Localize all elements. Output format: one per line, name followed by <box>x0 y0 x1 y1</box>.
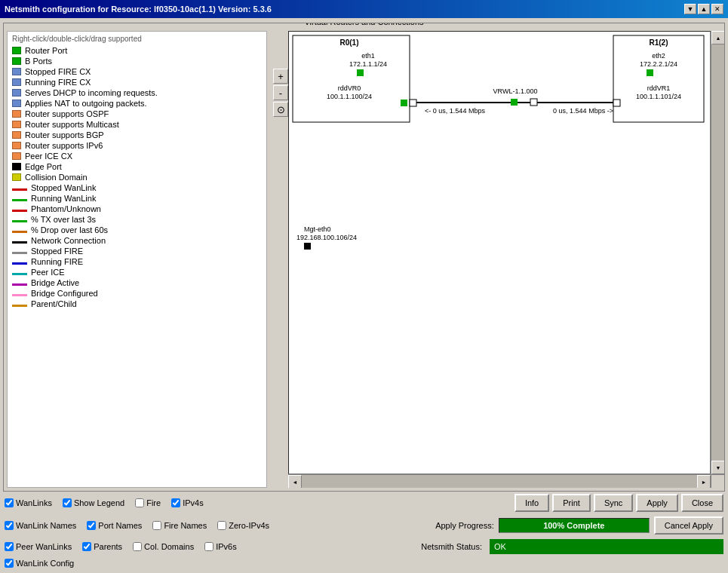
legend-item: Bridge Active <box>12 278 262 287</box>
peer-wanlinks-checkbox[interactable] <box>5 542 14 551</box>
fire-checkbox[interactable] <box>135 498 144 507</box>
legend-item-label: Running WanLink <box>31 194 96 203</box>
cb-ipv6s-item[interactable]: IPv6s <box>204 542 237 551</box>
sync-button[interactable]: Sync <box>594 494 633 512</box>
svg-rect-13 <box>647 69 653 76</box>
cb-zero-ipv4s-item[interactable]: Zero-IPv4s <box>217 521 269 530</box>
cancel-apply-button[interactable]: Cancel Apply <box>654 516 723 535</box>
diagram-area: + - ⊙ R0(1) eth1 172.1.1.1/24 <box>270 31 724 488</box>
wanlink-config-checkbox[interactable] <box>5 559 14 568</box>
cb-col-domains-item[interactable]: Col. Domains <box>133 542 194 551</box>
legend-color-swatch <box>12 89 21 97</box>
legend-item-label: Stopped FIRE <box>31 247 83 256</box>
wanlink-names-checkbox[interactable] <box>5 521 14 530</box>
svg-rect-19 <box>530 99 537 106</box>
show-legend-checkbox[interactable] <box>63 498 72 507</box>
zoom-reset-button[interactable]: ⊙ <box>273 102 288 117</box>
netsmith-status-value: OK <box>490 539 723 554</box>
network-diagram-canvas[interactable]: R0(1) eth1 172.1.1.1/24 rddVR0 100.1.1.1… <box>288 31 711 474</box>
close-button[interactable]: ✕ <box>711 4 723 14</box>
legend-color-swatch <box>12 142 21 149</box>
cb-wanlink-config-item[interactable]: WanLink Config <box>5 559 74 568</box>
cb-ipv4s-item[interactable]: IPv4s <box>171 498 204 507</box>
cb-fire-names-item[interactable]: Fire Names <box>152 521 207 530</box>
scroll-left-button[interactable]: ◄ <box>288 475 302 488</box>
legend-color-swatch <box>12 210 27 212</box>
fire-names-label: Fire Names <box>164 521 207 530</box>
scroll-right-button[interactable]: ► <box>697 475 711 488</box>
svg-rect-18 <box>511 99 518 106</box>
svg-rect-7 <box>401 100 407 106</box>
horizontal-scrollbar[interactable]: ◄ ► <box>288 474 711 488</box>
cb-wanlink-names-item[interactable]: WanLink Names <box>5 521 76 530</box>
checkbox-row-1: WanLinks Show Legend Fire IPv4s <box>3 492 725 514</box>
svg-text:R1(2): R1(2) <box>649 38 668 47</box>
print-button[interactable]: Print <box>552 494 591 512</box>
wanlinks-checkbox[interactable] <box>5 498 14 507</box>
scroll-h-track[interactable] <box>302 475 697 488</box>
ipv6s-checkbox[interactable] <box>204 542 213 551</box>
legend-item-label: Router supports IPv6 <box>25 141 103 150</box>
svg-text:<- 0 us, 1.544 Mbps: <- 0 us, 1.544 Mbps <box>425 107 485 115</box>
zero-ipv4s-checkbox[interactable] <box>217 521 226 530</box>
maximize-button[interactable]: ▲ <box>698 4 710 14</box>
zoom-out-button[interactable]: - <box>273 85 288 100</box>
legend-item: % TX over last 3s <box>12 215 262 224</box>
legend-item-label: Bridge Configured <box>31 289 98 298</box>
minimize-button[interactable]: ▼ <box>684 4 696 14</box>
legend-item-label: Bridge Active <box>31 278 79 287</box>
col-domains-checkbox[interactable] <box>133 542 142 551</box>
legend-item: Stopped FIRE <box>12 247 262 256</box>
cb-peer-wanlinks-item[interactable]: Peer WanLinks <box>5 542 72 551</box>
checkbox-row-4: WanLink Config <box>3 556 725 570</box>
svg-text:rddVR1: rddVR1 <box>647 84 671 92</box>
legend-color-swatch <box>12 220 27 222</box>
fire-names-checkbox[interactable] <box>152 521 161 530</box>
close-button[interactable]: Close <box>681 494 723 512</box>
port-names-checkbox[interactable] <box>87 521 96 530</box>
content-area: Virtual Routers and Connections Right-cl… <box>3 23 725 492</box>
cb-show-legend-item[interactable]: Show Legend <box>63 498 124 507</box>
legend-color-swatch <box>12 188 27 191</box>
legend-color-swatch <box>12 305 27 307</box>
scroll-up-button[interactable]: ▲ <box>711 31 724 44</box>
ipv4s-checkbox[interactable] <box>171 498 180 507</box>
cb-parents-item[interactable]: Parents <box>82 542 122 551</box>
cb-fire-item[interactable]: Fire <box>135 498 161 507</box>
legend-item-label: Collision Domain <box>25 173 88 182</box>
svg-text:eth1: eth1 <box>361 52 375 60</box>
legend-item-label: Serves DHCP to incoming requests. <box>25 88 158 97</box>
legend-item-label: % TX over last 3s <box>31 215 96 224</box>
zoom-in-button[interactable]: + <box>273 69 288 84</box>
legend-color-swatch <box>12 199 27 201</box>
window-title: Netsmith configuration for Resource: lf0… <box>5 5 272 14</box>
ipv4s-label: IPv4s <box>183 498 204 507</box>
parents-checkbox[interactable] <box>82 542 91 551</box>
legend-items: Router PortB PortsStopped FIRE CXRunning… <box>12 46 262 308</box>
legend-color-swatch <box>12 273 27 275</box>
vertical-scrollbar[interactable]: ▲ ▼ <box>711 31 724 474</box>
legend-color-swatch <box>12 47 21 54</box>
legend-item: Running WanLink <box>12 194 262 203</box>
legend-item: Stopped FIRE CX <box>12 67 262 76</box>
cb-wanlinks-item[interactable]: WanLinks <box>5 498 52 507</box>
svg-text:VRWL-1.1.000: VRWL-1.1.000 <box>493 87 538 95</box>
legend-color-swatch <box>12 100 21 107</box>
progress-row: Apply Progress: 100% Complete Cancel App… <box>432 516 723 535</box>
legend-color-swatch <box>12 262 27 265</box>
apply-button[interactable]: Apply <box>636 494 678 512</box>
scroll-v-track[interactable] <box>711 44 724 461</box>
svg-text:rddVR0: rddVR0 <box>338 84 361 92</box>
legend-item-label: Phantom/Unknown <box>31 204 101 213</box>
cb-port-names-item[interactable]: Port Names <box>87 521 142 530</box>
wanlink-config-label: WanLink Config <box>16 559 74 568</box>
scroll-down-button[interactable]: ▼ <box>711 461 724 474</box>
legend-item: Network Connection <box>12 236 262 245</box>
legend-item-label: Router Port <box>25 46 67 55</box>
info-button[interactable]: Info <box>515 494 549 512</box>
legend-item: Running FIRE CX <box>12 78 262 87</box>
bottom-section: WanLinks Show Legend Fire IPv4s <box>0 492 728 573</box>
parents-label: Parents <box>94 542 122 551</box>
legend-item: Peer ICE <box>12 268 262 277</box>
legend-color-swatch <box>12 68 21 75</box>
